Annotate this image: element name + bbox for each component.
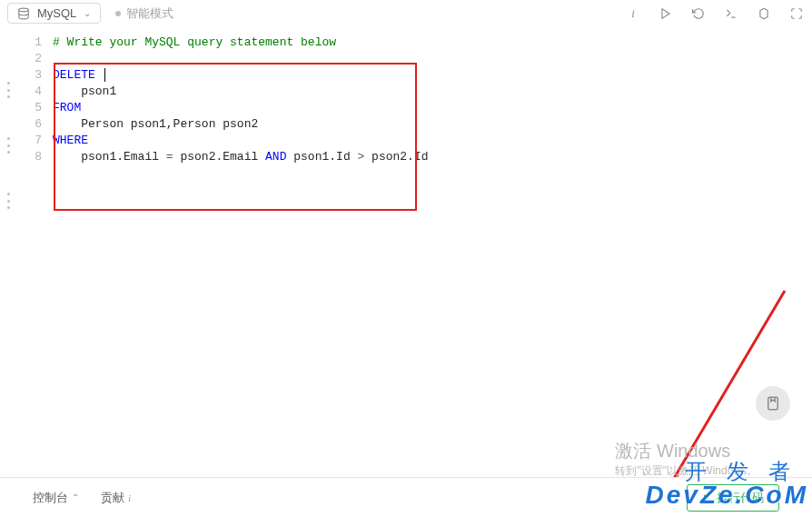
line-number: 8 <box>22 149 53 165</box>
line-number: 7 <box>22 133 53 149</box>
info-icon[interactable]: i <box>625 5 641 22</box>
code-text[interactable]: pson1.Email = pson2.Email AND pson1.Id >… <box>53 149 429 165</box>
chevron-up-icon: ⌃ <box>72 492 79 502</box>
line-number: 3 <box>22 67 53 84</box>
line-number: 5 <box>22 100 53 116</box>
run-code-button[interactable]: 执行代码 <box>687 484 779 512</box>
console-tab[interactable]: 控制台 ⌃ <box>33 490 79 506</box>
settings-icon[interactable] <box>756 5 772 22</box>
chevron-down-icon: ⌄ <box>84 8 91 18</box>
code-line[interactable]: 2 <box>22 51 812 67</box>
bottom-bar: 控制台 ⌃ 贡献 i 执行代码 <box>0 477 812 517</box>
drag-handle-icon[interactable] <box>7 82 10 209</box>
info-icon: i <box>128 492 131 503</box>
code-line[interactable]: 3DELETE <box>22 67 812 84</box>
line-number: 4 <box>22 84 53 100</box>
code-editor[interactable]: 1# Write your MySQL query statement belo… <box>0 27 812 477</box>
play-icon[interactable] <box>658 5 674 22</box>
status-dot-icon <box>115 11 121 16</box>
code-line[interactable]: 1# Write your MySQL query statement belo… <box>22 35 812 51</box>
svg-marker-7 <box>704 494 709 502</box>
annotation-arrow <box>649 286 794 477</box>
line-number: 1 <box>22 35 53 51</box>
mode-indicator[interactable]: 智能模式 <box>115 5 173 22</box>
code-line[interactable]: 6 Person pson1,Person pson2 <box>22 116 812 133</box>
svg-line-4 <box>667 291 785 477</box>
svg-rect-6 <box>768 397 778 410</box>
code-line[interactable]: 8 pson1.Email = pson2.Email AND pson1.Id… <box>22 149 812 165</box>
code-text[interactable]: DELETE <box>53 67 105 84</box>
line-number: 6 <box>22 116 53 133</box>
code-text[interactable]: pson1 <box>53 84 116 100</box>
terminal-icon[interactable] <box>723 5 739 22</box>
code-text[interactable]: Person pson1,Person pson2 <box>53 116 258 133</box>
language-label: MySQL <box>37 6 76 20</box>
code-line[interactable]: 4 pson1 <box>22 84 812 100</box>
toolbar-right: i <box>625 5 805 22</box>
code-line[interactable]: 5FROM <box>22 100 812 116</box>
mode-label: 智能模式 <box>126 5 173 22</box>
text-cursor <box>104 68 105 82</box>
play-icon <box>702 493 711 502</box>
language-selector[interactable]: MySQL ⌄ <box>7 3 101 24</box>
code-line[interactable]: 7WHERE <box>22 133 812 149</box>
line-number: 2 <box>22 51 53 67</box>
code-text[interactable]: # Write your MySQL query statement below <box>53 35 336 51</box>
contribute-tab[interactable]: 贡献 i <box>101 490 131 506</box>
editor-topbar: MySQL ⌄ 智能模式 i <box>0 0 812 27</box>
fullscreen-icon[interactable] <box>788 5 805 22</box>
svg-marker-3 <box>760 8 767 19</box>
code-text[interactable]: WHERE <box>53 133 88 149</box>
svg-marker-1 <box>662 8 669 18</box>
database-icon <box>17 7 30 20</box>
svg-point-0 <box>19 8 29 11</box>
code-content[interactable]: 1# Write your MySQL query statement belo… <box>22 35 812 165</box>
reset-icon[interactable] <box>690 5 707 22</box>
code-text[interactable]: FROM <box>53 100 81 116</box>
bookmark-button[interactable] <box>756 386 790 421</box>
